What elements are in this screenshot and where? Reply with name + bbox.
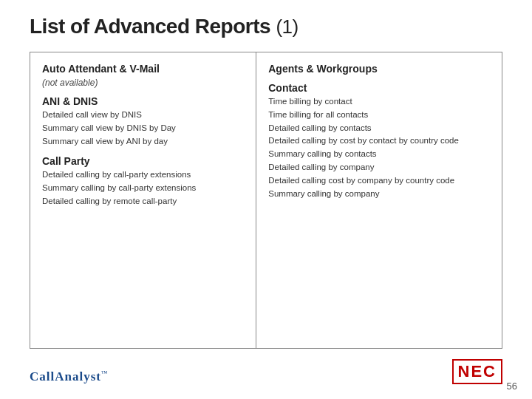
list-item: Summary calling by contacts bbox=[268, 148, 490, 161]
page-title: List of Advanced Reports (1) bbox=[30, 15, 502, 38]
contact-list: Time billing by contact Time billing for… bbox=[268, 95, 490, 201]
list-item: Time billing by contact bbox=[268, 95, 490, 109]
list-item: Detailed call view by DNIS bbox=[42, 109, 244, 122]
callanalyst-tm: ™ bbox=[101, 369, 109, 377]
contact-title: Contact bbox=[268, 82, 490, 94]
title-text: List of Advanced Reports bbox=[30, 15, 270, 38]
left-col-header: Auto Attendant & V-Mail bbox=[42, 63, 244, 75]
right-column: Agents & Workgroups Contact Time billing… bbox=[256, 52, 502, 348]
page: List of Advanced Reports (1) Auto Attend… bbox=[0, 0, 532, 399]
list-item: Detailed calling by cost by contact by c… bbox=[268, 134, 490, 148]
list-item: Detailed calling by call-party extension… bbox=[42, 168, 244, 182]
page-number: 56 bbox=[507, 381, 517, 392]
title-num: (1) bbox=[276, 16, 298, 38]
content-table: Auto Attendant & V-Mail (not available) … bbox=[30, 52, 502, 349]
left-col-subtext: (not available) bbox=[42, 78, 244, 88]
list-item: Detailed calling by remote call-party bbox=[42, 195, 244, 208]
left-column: Auto Attendant & V-Mail (not available) … bbox=[30, 52, 256, 348]
footer: CallAnalyst™ NEC bbox=[30, 356, 502, 384]
call-party-title: Call Party bbox=[42, 155, 244, 167]
ani-dnis-title: ANI & DNIS bbox=[42, 95, 244, 107]
nec-logo: NEC bbox=[452, 359, 502, 384]
list-item: Summary call view by ANI by day bbox=[42, 135, 244, 149]
call-party-list: Detailed calling by call-party extension… bbox=[42, 168, 244, 208]
list-item: Detailed calling by company bbox=[268, 161, 490, 174]
list-item: Summary call view by DNIS by Day bbox=[42, 122, 244, 135]
callanalyst-logo: CallAnalyst™ bbox=[30, 369, 109, 384]
callanalyst-logo-text: CallAnalyst bbox=[30, 369, 101, 383]
list-item: Detailed calling by contacts bbox=[268, 122, 490, 135]
list-item: Summary calling by call-party extensions bbox=[42, 182, 244, 195]
ani-dnis-list: Detailed call view by DNIS Summary call … bbox=[42, 109, 244, 148]
list-item: Summary calling by company bbox=[268, 188, 490, 201]
list-item: Detailed calling cost by company by coun… bbox=[268, 174, 490, 188]
right-col-header: Agents & Workgroups bbox=[268, 63, 490, 75]
list-item: Time billing for all contacts bbox=[268, 109, 490, 122]
